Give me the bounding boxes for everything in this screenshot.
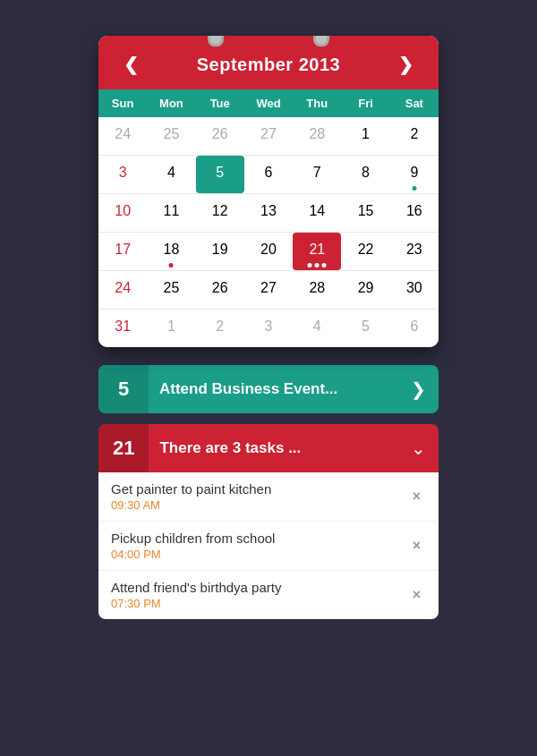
cal-cell-3-0[interactable]: 17 [98,233,147,270]
cal-cell-5-4[interactable]: 4 [293,310,341,347]
cal-cell-3-6[interactable]: 23 [390,233,439,270]
task-list: Get painter to paint kitchen09:30 AM×Pic… [98,472,439,619]
cal-cell-4-0[interactable]: 24 [98,271,147,309]
cal-cell-2-5[interactable]: 15 [341,194,389,232]
cal-cell-4-1[interactable]: 25 [147,271,195,309]
task-item-content-2: Attend friend's birthdya party07:30 PM [111,580,407,610]
cal-cell-0-5[interactable]: 1 [341,117,389,155]
cal-cell-5-5[interactable]: 5 [341,310,389,347]
task-bar-title: There are 3 tasks ... [149,439,398,457]
cal-cell-3-2[interactable]: 19 [196,233,244,270]
dot-container [412,186,416,191]
calendar-rings [98,36,439,47]
cal-cell-2-6[interactable]: 16 [390,194,439,232]
cal-cell-3-5[interactable]: 22 [341,233,389,270]
cal-cell-4-4[interactable]: 28 [293,271,341,309]
calendar-container: ❮ September 2013 ❯ SunMonTueWedThuFriSat… [98,36,439,619]
task-item-1: Pickup children from school04:00 PM× [98,522,439,571]
task-bar[interactable]: 21 There are 3 tasks ... ⌄ [98,424,439,472]
day-header-wed: Wed [244,89,293,117]
day-headers: SunMonTueWedThuFriSat [98,89,439,117]
calendar-grid: 2425262728123456789101112131415161718192… [98,117,439,347]
day-header-tue: Tue [196,89,244,117]
cal-cell-5-2[interactable]: 2 [196,310,244,347]
event-dot [315,263,320,268]
cal-cell-4-6[interactable]: 30 [390,271,439,309]
day-header-mon: Mon [147,89,195,117]
cal-cell-1-1[interactable]: 4 [147,156,195,193]
cal-cell-0-1[interactable]: 25 [147,117,195,155]
task-close-button-2[interactable]: × [407,583,426,607]
event-day-badge: 5 [98,365,149,413]
cal-cell-2-1[interactable]: 11 [147,194,195,232]
month-title: September 2013 [197,55,340,75]
cal-cell-1-6[interactable]: 9 [390,156,439,193]
cal-cell-5-0[interactable]: 31 [98,310,147,347]
event-dot [322,263,327,268]
cal-cell-2-3[interactable]: 13 [244,194,293,232]
cal-cell-0-0[interactable]: 24 [98,117,147,155]
task-item-content-0: Get painter to paint kitchen09:30 AM [111,481,407,512]
cal-cell-2-4[interactable]: 14 [293,194,341,232]
cal-cell-1-4[interactable]: 7 [293,156,341,193]
cal-cell-5-1[interactable]: 1 [147,310,195,347]
cal-cell-5-6[interactable]: 6 [390,310,439,347]
task-name-0: Get painter to paint kitchen [111,481,407,497]
task-item-2: Attend friend's birthdya party07:30 PM× [98,571,439,619]
task-close-button-0[interactable]: × [407,485,426,508]
prev-month-button[interactable]: ❮ [116,52,146,77]
task-item-content-1: Pickup children from school04:00 PM [111,531,407,561]
task-item-0: Get painter to paint kitchen09:30 AM× [98,472,439,522]
cal-cell-0-3[interactable]: 27 [244,117,293,155]
day-header-fri: Fri [341,89,389,117]
task-day-badge: 21 [98,424,149,472]
event-chevron-icon: ❯ [398,378,439,400]
cal-cell-0-4[interactable]: 28 [293,117,341,155]
event-dot [308,263,312,268]
day-header-sat: Sat [390,89,439,117]
dot-container [308,263,327,268]
calendar-card: ❮ September 2013 ❯ SunMonTueWedThuFriSat… [98,36,439,347]
dot-container [169,263,174,268]
cal-cell-3-1[interactable]: 18 [147,233,195,270]
event-title: Attend Business Event... [149,380,398,398]
cal-cell-5-3[interactable]: 3 [244,310,293,347]
task-name-1: Pickup children from school [111,531,407,546]
cal-cell-1-2[interactable]: 5 [196,156,244,193]
event-bar[interactable]: 5 Attend Business Event... ❯ [98,365,439,413]
ring-right [313,36,329,47]
cal-cell-4-5[interactable]: 29 [341,271,389,309]
cal-cell-0-6[interactable]: 2 [390,117,439,155]
task-time-2: 07:30 PM [111,597,407,610]
event-dot [169,263,174,268]
ring-left [208,36,224,47]
cal-cell-4-3[interactable]: 27 [244,271,293,309]
cal-cell-0-2[interactable]: 26 [196,117,244,155]
next-month-button[interactable]: ❯ [391,52,421,77]
task-time-0: 09:30 AM [111,498,407,512]
task-time-1: 04:00 PM [111,548,407,561]
cal-cell-2-2[interactable]: 12 [196,194,244,232]
task-name-2: Attend friend's birthdya party [111,580,407,595]
day-header-thu: Thu [293,89,341,117]
cal-cell-3-4[interactable]: 21 [293,233,341,270]
event-dot [412,186,416,191]
cal-cell-1-0[interactable]: 3 [98,156,147,193]
day-header-sun: Sun [98,89,147,117]
cal-cell-1-5[interactable]: 8 [341,156,389,193]
task-close-button-1[interactable]: × [407,534,426,557]
task-chevron-down-icon: ⌄ [398,437,439,459]
cal-cell-1-3[interactable]: 6 [244,156,293,193]
cal-cell-2-0[interactable]: 10 [98,194,147,232]
cal-cell-3-3[interactable]: 20 [244,233,293,270]
cal-cell-4-2[interactable]: 26 [196,271,244,309]
